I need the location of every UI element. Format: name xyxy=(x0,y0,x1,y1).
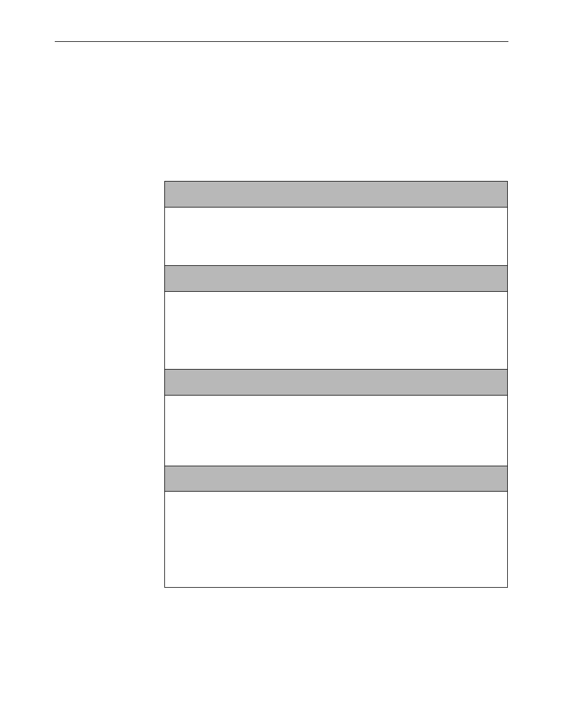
table-row xyxy=(164,466,507,491)
header-rule xyxy=(55,41,508,42)
document-page xyxy=(0,0,562,728)
table-row xyxy=(164,491,507,587)
table-row xyxy=(164,369,507,395)
table xyxy=(164,181,508,588)
table-row xyxy=(164,395,507,466)
table-row xyxy=(164,265,507,291)
table-row xyxy=(164,207,507,265)
table-row xyxy=(164,291,507,369)
table-row xyxy=(164,181,507,207)
